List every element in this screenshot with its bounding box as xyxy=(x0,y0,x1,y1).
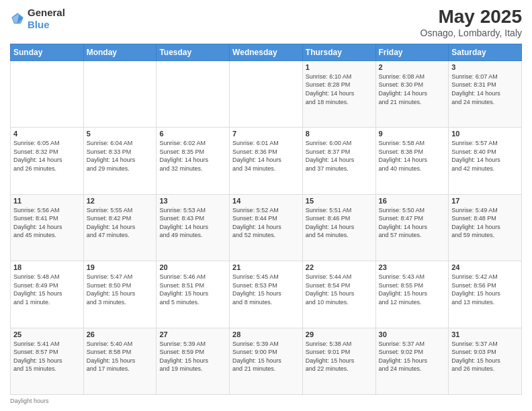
day-info: Sunrise: 5:47 AM Sunset: 8:50 PM Dayligh… xyxy=(87,273,154,306)
calendar-cell: 20Sunrise: 5:46 AM Sunset: 8:51 PM Dayli… xyxy=(157,261,230,328)
day-info: Sunrise: 5:53 AM Sunset: 8:43 PM Dayligh… xyxy=(159,206,226,240)
day-number: 25 xyxy=(13,330,81,338)
day-info: Sunrise: 5:49 AM Sunset: 8:48 PM Dayligh… xyxy=(451,206,519,240)
day-info: Sunrise: 5:43 AM Sunset: 8:55 PM Dayligh… xyxy=(379,273,446,306)
day-number: 9 xyxy=(379,130,446,138)
day-info: Sunrise: 5:57 AM Sunset: 8:40 PM Dayligh… xyxy=(451,139,519,173)
weekday-header-wednesday: Wednesday xyxy=(230,44,303,60)
day-info: Sunrise: 5:48 AM Sunset: 8:49 PM Dayligh… xyxy=(13,273,81,306)
day-number: 21 xyxy=(232,263,300,271)
calendar-cell: 19Sunrise: 5:47 AM Sunset: 8:50 PM Dayli… xyxy=(83,261,157,328)
weekday-header-saturday: Saturday xyxy=(449,44,522,60)
day-number: 16 xyxy=(379,197,446,205)
weekday-header-sunday: Sunday xyxy=(11,44,84,60)
calendar-table: SundayMondayTuesdayWednesdayThursdayFrid… xyxy=(10,44,522,395)
calendar-cell: 12Sunrise: 5:55 AM Sunset: 8:42 PM Dayli… xyxy=(83,194,157,261)
day-number: 7 xyxy=(232,130,300,138)
calendar-cell: 5Sunrise: 6:04 AM Sunset: 8:33 PM Daylig… xyxy=(83,128,157,194)
daylight-note: Daylight hours xyxy=(10,398,49,404)
day-info: Sunrise: 5:50 AM Sunset: 8:47 PM Dayligh… xyxy=(379,206,446,240)
day-info: Sunrise: 6:10 AM Sunset: 8:28 PM Dayligh… xyxy=(306,73,373,106)
week-row-3: 11Sunrise: 5:56 AM Sunset: 8:41 PM Dayli… xyxy=(11,194,522,261)
header: General Blue May 2025 Osnago, Lombardy, … xyxy=(10,7,522,38)
day-info: Sunrise: 5:39 AM Sunset: 9:00 PM Dayligh… xyxy=(232,340,300,373)
calendar-cell: 30Sunrise: 5:37 AM Sunset: 9:02 PM Dayli… xyxy=(375,328,449,394)
calendar-cell: 23Sunrise: 5:43 AM Sunset: 8:55 PM Dayli… xyxy=(375,261,449,328)
day-info: Sunrise: 6:02 AM Sunset: 8:35 PM Dayligh… xyxy=(159,139,226,173)
day-info: Sunrise: 5:37 AM Sunset: 9:03 PM Dayligh… xyxy=(451,340,519,373)
week-row-1: 1Sunrise: 6:10 AM Sunset: 8:28 PM Daylig… xyxy=(11,60,522,127)
day-info: Sunrise: 6:05 AM Sunset: 8:32 PM Dayligh… xyxy=(13,139,81,173)
day-info: Sunrise: 5:52 AM Sunset: 8:44 PM Dayligh… xyxy=(232,206,300,240)
day-info: Sunrise: 5:37 AM Sunset: 9:02 PM Dayligh… xyxy=(379,340,446,373)
weekday-header-tuesday: Tuesday xyxy=(157,44,230,60)
day-number: 2 xyxy=(379,63,446,71)
day-number: 18 xyxy=(13,263,81,271)
day-number: 28 xyxy=(232,330,300,338)
day-number: 24 xyxy=(451,263,519,271)
week-row-4: 18Sunrise: 5:48 AM Sunset: 8:49 PM Dayli… xyxy=(11,261,522,328)
day-number: 19 xyxy=(87,263,154,271)
calendar-cell: 22Sunrise: 5:44 AM Sunset: 8:54 PM Dayli… xyxy=(302,261,375,328)
weekday-header-monday: Monday xyxy=(83,44,157,60)
calendar-cell xyxy=(157,60,230,127)
week-row-5: 25Sunrise: 5:41 AM Sunset: 8:57 PM Dayli… xyxy=(11,328,522,394)
calendar-cell: 10Sunrise: 5:57 AM Sunset: 8:40 PM Dayli… xyxy=(449,128,522,194)
weekday-header-row: SundayMondayTuesdayWednesdayThursdayFrid… xyxy=(11,44,522,60)
location-title: Osnago, Lombardy, Italy xyxy=(420,28,522,38)
logo: General Blue xyxy=(10,7,65,31)
logo-blue: Blue xyxy=(28,19,50,30)
day-number: 30 xyxy=(379,330,446,338)
day-info: Sunrise: 5:38 AM Sunset: 9:01 PM Dayligh… xyxy=(306,340,373,373)
day-number: 14 xyxy=(232,197,300,205)
day-info: Sunrise: 5:39 AM Sunset: 8:59 PM Dayligh… xyxy=(159,340,226,373)
calendar-cell: 26Sunrise: 5:40 AM Sunset: 8:58 PM Dayli… xyxy=(83,328,157,394)
day-info: Sunrise: 5:55 AM Sunset: 8:42 PM Dayligh… xyxy=(87,206,154,240)
day-number: 22 xyxy=(306,263,373,271)
day-number: 3 xyxy=(451,63,519,71)
day-number: 17 xyxy=(451,197,519,205)
day-number: 6 xyxy=(159,130,226,138)
calendar-cell: 11Sunrise: 5:56 AM Sunset: 8:41 PM Dayli… xyxy=(11,194,84,261)
day-number: 29 xyxy=(306,330,373,338)
calendar-cell: 1Sunrise: 6:10 AM Sunset: 8:28 PM Daylig… xyxy=(302,60,375,127)
week-row-2: 4Sunrise: 6:05 AM Sunset: 8:32 PM Daylig… xyxy=(11,128,522,194)
calendar-cell: 24Sunrise: 5:42 AM Sunset: 8:56 PM Dayli… xyxy=(449,261,522,328)
day-info: Sunrise: 5:45 AM Sunset: 8:53 PM Dayligh… xyxy=(232,273,300,306)
day-number: 31 xyxy=(451,330,519,338)
logo-icon xyxy=(10,11,25,26)
day-number: 20 xyxy=(159,263,226,271)
day-info: Sunrise: 5:58 AM Sunset: 8:38 PM Dayligh… xyxy=(379,139,446,173)
day-number: 15 xyxy=(306,197,373,205)
title-block: May 2025 Osnago, Lombardy, Italy xyxy=(420,7,522,38)
weekday-header-thursday: Thursday xyxy=(302,44,375,60)
day-info: Sunrise: 5:42 AM Sunset: 8:56 PM Dayligh… xyxy=(451,273,519,306)
day-number: 1 xyxy=(306,63,373,71)
day-info: Sunrise: 5:46 AM Sunset: 8:51 PM Dayligh… xyxy=(159,273,226,306)
day-info: Sunrise: 6:01 AM Sunset: 8:36 PM Dayligh… xyxy=(232,139,300,173)
day-info: Sunrise: 5:56 AM Sunset: 8:41 PM Dayligh… xyxy=(13,206,81,240)
calendar-cell: 7Sunrise: 6:01 AM Sunset: 8:36 PM Daylig… xyxy=(230,128,303,194)
day-number: 13 xyxy=(159,197,226,205)
calendar-cell: 3Sunrise: 6:07 AM Sunset: 8:31 PM Daylig… xyxy=(449,60,522,127)
calendar-cell: 16Sunrise: 5:50 AM Sunset: 8:47 PM Dayli… xyxy=(375,194,449,261)
calendar-cell xyxy=(230,60,303,127)
calendar-cell: 6Sunrise: 6:02 AM Sunset: 8:35 PM Daylig… xyxy=(157,128,230,194)
day-number: 5 xyxy=(87,130,154,138)
day-number: 27 xyxy=(159,330,226,338)
calendar-cell: 15Sunrise: 5:51 AM Sunset: 8:46 PM Dayli… xyxy=(302,194,375,261)
calendar-cell: 8Sunrise: 6:00 AM Sunset: 8:37 PM Daylig… xyxy=(302,128,375,194)
calendar-cell: 25Sunrise: 5:41 AM Sunset: 8:57 PM Dayli… xyxy=(11,328,84,394)
calendar-cell: 28Sunrise: 5:39 AM Sunset: 9:00 PM Dayli… xyxy=(230,328,303,394)
page: General Blue May 2025 Osnago, Lombardy, … xyxy=(0,0,532,411)
calendar-cell: 4Sunrise: 6:05 AM Sunset: 8:32 PM Daylig… xyxy=(11,128,84,194)
day-number: 10 xyxy=(451,130,519,138)
day-info: Sunrise: 6:07 AM Sunset: 8:31 PM Dayligh… xyxy=(451,73,519,106)
calendar-cell xyxy=(11,60,84,127)
calendar-cell: 13Sunrise: 5:53 AM Sunset: 8:43 PM Dayli… xyxy=(157,194,230,261)
day-info: Sunrise: 5:41 AM Sunset: 8:57 PM Dayligh… xyxy=(13,340,81,373)
calendar-cell xyxy=(83,60,157,127)
calendar-cell: 27Sunrise: 5:39 AM Sunset: 8:59 PM Dayli… xyxy=(157,328,230,394)
day-info: Sunrise: 5:51 AM Sunset: 8:46 PM Dayligh… xyxy=(306,206,373,240)
day-info: Sunrise: 5:40 AM Sunset: 8:58 PM Dayligh… xyxy=(87,340,154,373)
